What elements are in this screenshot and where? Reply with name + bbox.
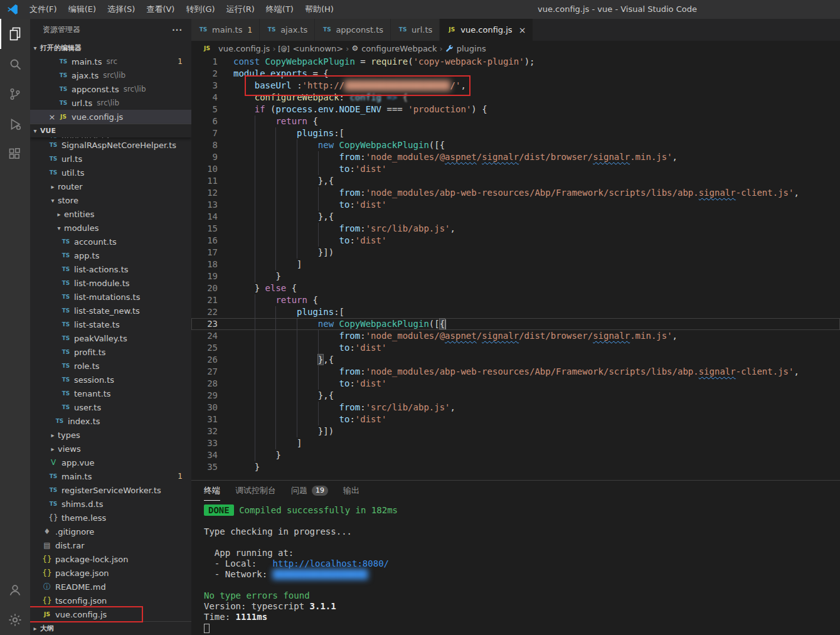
menu-item[interactable]: 查看(V) [141, 0, 180, 19]
explorer-icon[interactable] [0, 19, 30, 49]
code-line[interactable]: 32}]) [191, 425, 840, 437]
tree-item[interactable]: TSSignalRAspNetCoreHelper.ts [30, 138, 191, 152]
open-editor-item[interactable]: TSajax.tssrc\lib [30, 68, 191, 82]
code-line[interactable]: 26},{ [191, 354, 840, 366]
open-editor-item[interactable]: ×JSvue.config.js [30, 110, 191, 124]
tree-item[interactable]: TSshims.d.ts [30, 497, 191, 511]
tree-item[interactable]: {}package-lock.json [30, 552, 191, 566]
breadcrumb-item[interactable]: JSvue.config.js [201, 44, 270, 53]
tree-item[interactable]: {}package.json [30, 566, 191, 580]
menu-item[interactable]: 编辑(E) [63, 0, 102, 19]
tree-item[interactable]: TSsession.ts [30, 373, 191, 387]
tree-folder[interactable]: ▸types [30, 428, 191, 442]
code-line[interactable]: 5if (process.env.NODE_ENV === 'productio… [191, 104, 840, 115]
tree-item[interactable]: TSregisterServiceWorker.ts [30, 483, 191, 497]
code-line[interactable]: 3baseUrl :'http://████████████████████/'… [191, 80, 840, 92]
code-line[interactable]: 8new CopyWebpackPlugin([{ [191, 139, 840, 151]
chevron-right-icon[interactable]: ▸ [30, 625, 40, 632]
code-line[interactable]: 21return { [191, 294, 840, 306]
tree-item[interactable]: TSlist-state.ts [30, 318, 191, 331]
tree-item[interactable]: {}theme.less [30, 511, 191, 525]
code-line[interactable]: 14},{ [191, 211, 840, 223]
tree-item[interactable]: TSaccount.ts [30, 235, 191, 248]
code-line[interactable]: 15from:'src/lib/abp.js', [191, 223, 840, 235]
tree-folder[interactable]: ▸entities [30, 207, 191, 221]
code-line[interactable]: 35} [191, 461, 840, 473]
menu-item[interactable]: 帮助(H) [299, 0, 339, 19]
code-line[interactable]: 6return { [191, 115, 840, 127]
code-line[interactable]: 10to:'dist' [191, 163, 840, 175]
tree-item[interactable]: TSlist-state_new.ts [30, 304, 191, 318]
code-line[interactable]: 27from:'node_modules/abp-web-resources/A… [191, 366, 840, 378]
tree-item[interactable]: JSvue.config.js [30, 607, 191, 621]
panel-tab[interactable]: 问题19 [291, 481, 328, 501]
code-line[interactable]: 16to:'dist' [191, 235, 840, 247]
tree-item[interactable]: TSurl.ts [30, 152, 191, 166]
account-icon[interactable] [0, 575, 30, 605]
menu-item[interactable]: 运行(R) [221, 0, 260, 19]
panel-tab[interactable]: 调试控制台 [235, 481, 276, 501]
tree-item[interactable]: TSprofit.ts [30, 345, 191, 359]
tree-item[interactable]: ▤dist.rar [30, 538, 191, 552]
code-line[interactable]: 2module.exports = { [191, 68, 840, 80]
code-line[interactable]: 28to:'dist' [191, 378, 840, 390]
tree-item[interactable]: {}tsconfig.json [30, 594, 191, 607]
open-editor-item[interactable]: TSappconst.tssrc\lib [30, 82, 191, 96]
code-line[interactable]: 24from:'node_modules/@aspnet/signalr/dis… [191, 330, 840, 342]
breadcrumb-item[interactable]: [@]<unknown> [279, 44, 344, 53]
code-editor[interactable]: 1const CopyWebpackPlugin = require('copy… [191, 56, 840, 480]
breadcrumb-item[interactable]: plugins [445, 44, 486, 53]
outline-header[interactable]: ▸ 大纲 [30, 621, 191, 635]
menu-item[interactable]: 终端(T) [260, 0, 299, 19]
chevron-down-icon[interactable]: ▾ [30, 45, 40, 51]
tree-item[interactable]: TSpeakValley.ts [30, 331, 191, 345]
chevron-down-icon[interactable]: ▾ [30, 127, 40, 134]
tree-folder[interactable]: ▸views [30, 442, 191, 456]
tree-item[interactable]: TSutil.ts [30, 166, 191, 179]
tree-item[interactable]: TSmain.ts1 [30, 469, 191, 483]
tree-item[interactable]: TSindex.ts [30, 414, 191, 428]
editor-tab[interactable]: JSvue.config.js× [440, 19, 533, 41]
source-control-icon[interactable] [0, 79, 30, 109]
tree-item[interactable]: TSlist-module.ts [30, 276, 191, 290]
code-line[interactable]: 25to:'dist' [191, 342, 840, 354]
tree-folder[interactable]: ▸router [30, 179, 191, 193]
code-line[interactable]: 19} [191, 270, 840, 282]
editor-tab[interactable]: TSmain.ts1 [191, 19, 260, 41]
code-line[interactable]: 13to:'dist' [191, 199, 840, 211]
run-and-debug-icon[interactable] [0, 109, 30, 139]
code-line[interactable]: 18] [191, 259, 840, 270]
code-line[interactable]: 20} else { [191, 282, 840, 294]
editor-tab[interactable]: TSajax.ts [260, 19, 315, 41]
menu-item[interactable]: 选择(S) [102, 0, 141, 19]
tree-item[interactable]: TSlist-mutations.ts [30, 290, 191, 304]
code-line[interactable]: 33] [191, 437, 840, 449]
code-line[interactable]: 7plugins:[ [191, 127, 840, 139]
code-line[interactable]: 9from:'node_modules/@aspnet/signalr/dist… [191, 151, 840, 163]
tree-item[interactable]: TSrole.ts [30, 359, 191, 373]
search-icon[interactable] [0, 49, 30, 79]
open-editors-header[interactable]: ▾ 打开的编辑器 [30, 41, 191, 55]
close-icon[interactable]: × [519, 25, 526, 35]
vue-folder-header[interactable]: ▾ VUE [30, 124, 191, 137]
code-line[interactable]: 17}]) [191, 247, 840, 259]
tree-item[interactable]: TSlist-actions.ts [30, 262, 191, 276]
panel-tab[interactable]: 输出 [343, 481, 359, 501]
code-line[interactable]: 11},{ [191, 175, 840, 187]
tree-folder[interactable]: ▾modules [30, 221, 191, 235]
tree-item[interactable]: TSuser.ts [30, 400, 191, 414]
code-line[interactable]: 30from:'src/lib/abp.js', [191, 402, 840, 414]
code-line[interactable]: 29},{ [191, 390, 840, 402]
more-actions-icon[interactable]: ··· [172, 26, 183, 35]
code-line[interactable]: 12from:'node_modules/abp-web-resources/A… [191, 187, 840, 199]
code-line[interactable]: 23new CopyWebpackPlugin([{ [191, 318, 840, 330]
tree-folder[interactable]: ▾store [30, 193, 191, 207]
code-line[interactable]: 22plugins:[ [191, 306, 840, 318]
panel-tab[interactable]: 终端 [204, 481, 220, 501]
tree-item[interactable]: ⓘREADME.md [30, 580, 191, 594]
code-line[interactable]: 1const CopyWebpackPlugin = require('copy… [191, 56, 840, 68]
menu-item[interactable]: 文件(F) [24, 0, 63, 19]
code-line[interactable]: 34} [191, 449, 840, 461]
tree-item[interactable]: Vapp.vue [30, 456, 191, 469]
code-line[interactable]: 31to:'dist' [191, 414, 840, 425]
